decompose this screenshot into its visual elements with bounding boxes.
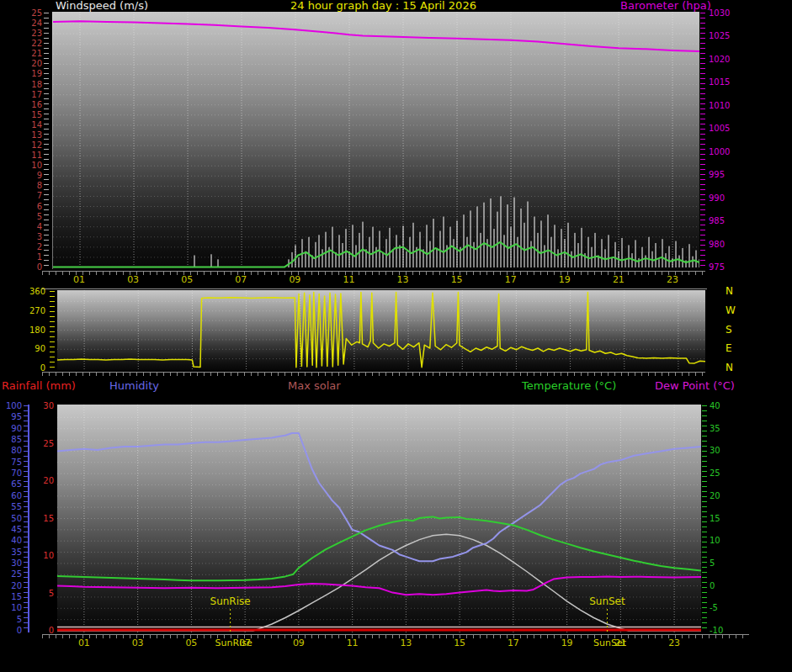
axis-tick-label: 10 [710,536,747,545]
axis-tick-label: 35 [710,424,747,433]
axis-tick-label: 8 [0,181,42,190]
axis-tick-label: 990 [709,193,755,203]
axis-tick-label: 1005 [709,124,755,133]
temperature-axis-labels: 4035302520151050-5-10 [710,405,747,632]
x-tick-label: 17 [496,274,526,285]
axis-tick-label: 985 [709,216,755,225]
legend-max-solar: Max solar [288,379,341,392]
axis-tick-label: 70 [0,468,22,478]
x-tick-label: SunRise [215,638,246,648]
x-tick-label: 05 [172,274,202,285]
x-tick-label: 13 [391,638,421,648]
axis-tick-label: 1015 [709,77,755,87]
x-tick-label: 03 [118,274,148,285]
x-tick-label: 17 [498,638,529,648]
axis-tick-label: 0 [0,626,22,635]
x-tick-label: 11 [333,274,364,285]
axis-tick-label: W [726,306,747,315]
axis-tick-label: 20 [710,491,747,500]
wind-direction-axis-labels: 360270180900 [0,290,45,370]
axis-tick-label: 90 [0,344,45,353]
axis-tick-label: 40 [0,536,22,545]
axis-tick-label: 20 [0,581,22,590]
axis-tick-label: 270 [0,306,45,315]
axis-tick-label: 12 [0,140,42,150]
legend-humidity: Humidity [109,379,159,392]
axis-tick-label: 17 [0,90,42,99]
axis-tick-label: 0 [0,262,42,272]
axis-tick-label: 975 [709,262,755,272]
axis-tick-label: N [726,363,747,373]
axis-tick-label: 15 [710,514,747,523]
axis-tick-label: 9 [0,171,42,180]
axis-tick-label: 25 [0,8,42,18]
x-tick-label: 11 [338,638,368,648]
windspeed-axis-title: Windspeed (m/s) [56,0,148,12]
legend-temperature: Temperature (°C) [522,379,616,392]
axis-tick-label: 5 [0,615,22,624]
axis-tick-label: 25 [710,468,747,478]
wind-direction-axis-ticks [50,291,55,370]
axis-tick-label: 0 [710,581,747,590]
sun-marker-label: SunRise [210,595,251,607]
windspeed-axis-labels: 2524232221201918171615141312111098765432… [0,12,42,269]
axis-tick-label: -5 [710,603,747,612]
x-tick-label: 03 [123,638,153,648]
compass-labels: NWSEN [726,290,747,370]
x-tick-label: 21 [603,274,634,285]
axis-tick-label: 16 [0,100,42,109]
bottom-hour-labels: 010305070911131517192123SunRiseSunSet [57,638,701,649]
sun-marker-label: SunSet [589,595,625,607]
humidity-temp-chart: SunRiseSunSet [57,405,701,632]
x-tick-label: 15 [444,638,475,648]
axis-tick-label: 19 [0,69,42,78]
axis-tick-label: 1 [0,252,42,262]
axis-tick-label: 6 [0,202,42,211]
axis-tick-label: 90 [0,424,22,433]
axis-tick-label: 35 [0,548,22,557]
axis-tick-label: 80 [0,446,22,455]
page-title: 24 hour graph day : 15 April 2026 [290,0,476,12]
axis-tick-label: 5 [0,212,42,221]
x-tick-label: 23 [657,274,688,285]
axis-tick-label: N [726,287,747,296]
x-tick-label: 01 [69,638,99,648]
axis-tick-label: 1000 [709,147,755,156]
axis-tick-label: 10 [32,551,54,560]
axis-tick-label: 23 [0,29,42,38]
x-tick-label: 09 [279,274,310,285]
x-tick-label: 07 [226,274,256,285]
axis-tick-label: 14 [0,120,42,130]
axis-tick-label: 5 [710,558,747,568]
axis-tick-label: 10 [0,603,22,612]
windspeed-axis-ticks [44,13,49,269]
temperature-axis-ticks [702,405,707,632]
axis-tick-label: 22 [0,39,42,48]
axis-tick-label: E [726,344,747,353]
axis-tick-label: 15 [0,110,42,119]
axis-tick-label: 30 [0,558,22,568]
legend-dew-point: Dew Point (°C) [655,379,735,392]
axis-tick-label: S [726,325,747,335]
axis-tick-label: 10 [0,161,42,170]
axis-tick-label: 1010 [709,101,755,110]
x-tick-label: 13 [388,274,418,285]
axis-tick-label: 15 [0,592,22,601]
axis-tick-label: 40 [710,401,747,410]
humidity-axis-line [28,405,29,632]
axis-tick-label: 4 [0,222,42,231]
axis-tick-label: 50 [0,514,22,523]
axis-tick-label: 360 [0,287,45,296]
axis-tick-label: 15 [32,514,54,523]
x-tick-label: SunSet [593,638,624,648]
mid-top-line [42,288,707,289]
axis-tick-label: 45 [0,525,22,534]
axis-tick-label: 30 [32,401,54,410]
axis-tick-label: 18 [0,80,42,89]
axis-tick-label: 65 [0,479,22,489]
axis-tick-label: 60 [0,491,22,500]
barometer-axis-labels: 1030102510201015101010051000995990985980… [709,12,755,269]
top-hour-labels: 010305070911131517192123 [52,274,699,286]
axis-tick-label: 25 [32,439,54,448]
axis-tick-label: 13 [0,130,42,140]
